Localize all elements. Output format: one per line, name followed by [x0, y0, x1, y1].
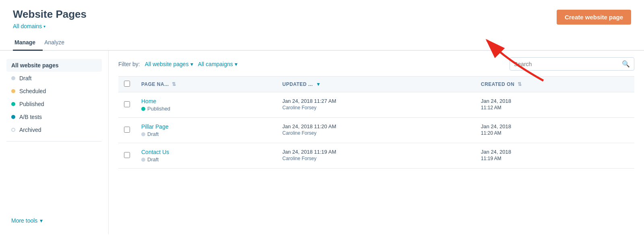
tab-manage[interactable]: Manage	[13, 35, 43, 51]
table-row: Home Published Jan 24, 2018 11:27 AM Car…	[118, 92, 634, 118]
row-checkbox[interactable]	[124, 127, 130, 133]
main-content: Filter by: All website pages ▾ All campa…	[109, 51, 644, 234]
pages-filter-dropdown[interactable]: All website pages ▾	[145, 61, 193, 67]
chevron-down-icon: ▾	[40, 217, 43, 224]
created-time: 11:12 AM	[481, 105, 629, 110]
row-checkbox-cell	[118, 143, 136, 169]
status-label: Draft	[147, 131, 159, 137]
table-header-name[interactable]: PAGE NA... ⇅	[136, 77, 277, 92]
campaigns-filter-dropdown[interactable]: All campaigns ▾	[198, 61, 237, 67]
row-created-cell: Jan 24, 2018 11:19 AM	[475, 143, 634, 169]
page-title: Website Pages	[13, 8, 87, 21]
domains-dropdown[interactable]: All domains ▾	[13, 23, 87, 29]
all-pages-label: All website pages	[11, 62, 58, 69]
table-header-checkbox	[118, 77, 136, 92]
page-status: Draft	[141, 156, 271, 163]
page-status: Draft	[141, 131, 271, 137]
chevron-down-icon: ▾	[235, 61, 237, 67]
sidebar-item-published[interactable]: Published	[6, 98, 102, 110]
row-name-cell: Pillar Page Draft	[136, 118, 277, 143]
row-created-cell: Jan 24, 2018 11:20 AM	[475, 118, 634, 143]
archived-dot	[11, 128, 15, 132]
status-dot	[141, 132, 145, 136]
sidebar-item-ab-tests[interactable]: A/B tests	[6, 110, 102, 123]
sidebar-item-archived[interactable]: Archived	[6, 123, 102, 136]
created-date: Jan 24, 2018	[481, 149, 629, 155]
table-header-updated[interactable]: UPDATED ... ▼	[277, 77, 475, 92]
draft-dot	[11, 76, 15, 80]
status-label: Published	[147, 106, 170, 112]
search-input[interactable]	[514, 61, 622, 67]
sort-icon: ⇅	[172, 81, 176, 87]
updated-date: Jan 24, 2018 11:20 AM	[283, 123, 470, 129]
published-dot	[11, 102, 15, 106]
sort-active-icon: ▼	[316, 81, 321, 87]
table-row: Pillar Page Draft Jan 24, 2018 11:20 AM …	[118, 118, 634, 143]
row-checkbox[interactable]	[124, 101, 130, 107]
updated-user: Caroline Forsey	[283, 156, 470, 161]
page-status: Published	[141, 106, 271, 112]
table-row: Contact Us Draft Jan 24, 2018 11:19 AM C…	[118, 143, 634, 169]
created-date: Jan 24, 2018	[481, 98, 629, 104]
status-dot	[141, 158, 145, 162]
pages-table: PAGE NA... ⇅ UPDATED ... ▼ CREATED ON ⇅	[118, 76, 634, 169]
page-name-link[interactable]: Contact Us	[141, 149, 271, 155]
status-dot	[141, 107, 145, 111]
row-updated-cell: Jan 24, 2018 11:19 AM Caroline Forsey	[277, 143, 475, 169]
sidebar-divider	[6, 141, 102, 142]
filter-row: Filter by: All website pages ▾ All campa…	[118, 57, 634, 71]
row-checkbox-cell	[118, 92, 136, 118]
tab-analyze[interactable]: Analyze	[43, 35, 72, 51]
row-name-cell: Contact Us Draft	[136, 143, 277, 169]
chevron-down-icon: ▾	[43, 24, 45, 29]
row-updated-cell: Jan 24, 2018 11:20 AM Caroline Forsey	[277, 118, 475, 143]
tabs-bar: Manage Analyze	[0, 35, 644, 51]
sidebar-item-all[interactable]: All website pages	[6, 59, 102, 72]
created-date: Jan 24, 2018	[481, 123, 629, 129]
more-tools-button[interactable]: More tools ▾	[6, 215, 102, 226]
create-website-page-button[interactable]: Create website page	[557, 10, 631, 25]
status-label: Draft	[147, 156, 159, 163]
page-name-link[interactable]: Pillar Page	[141, 123, 271, 130]
created-time: 11:19 AM	[481, 156, 629, 161]
updated-date: Jan 24, 2018 11:19 AM	[283, 149, 470, 155]
row-checkbox-cell	[118, 118, 136, 143]
select-all-checkbox[interactable]	[124, 81, 130, 87]
updated-user: Caroline Forsey	[283, 105, 470, 110]
scheduled-dot	[11, 89, 15, 93]
updated-user: Caroline Forsey	[283, 130, 470, 136]
row-checkbox[interactable]	[124, 152, 130, 158]
chevron-down-icon: ▾	[190, 61, 193, 67]
table-header-created[interactable]: CREATED ON ⇅	[475, 77, 634, 92]
sidebar: All website pages Draft Scheduled Publis…	[0, 51, 109, 234]
sidebar-item-draft[interactable]: Draft	[6, 72, 102, 85]
row-created-cell: Jan 24, 2018 11:12 AM	[475, 92, 634, 118]
row-updated-cell: Jan 24, 2018 11:27 AM Caroline Forsey	[277, 92, 475, 118]
row-name-cell: Home Published	[136, 92, 277, 118]
ab-dot	[11, 115, 15, 119]
search-icon: 🔍	[622, 60, 630, 68]
updated-date: Jan 24, 2018 11:27 AM	[283, 98, 470, 104]
filter-by-label: Filter by:	[118, 61, 140, 67]
sidebar-item-scheduled[interactable]: Scheduled	[6, 85, 102, 98]
page-name-link[interactable]: Home	[141, 98, 271, 104]
search-box: 🔍	[510, 57, 634, 71]
created-time: 11:20 AM	[481, 130, 629, 136]
sort-icon: ⇅	[518, 81, 522, 87]
